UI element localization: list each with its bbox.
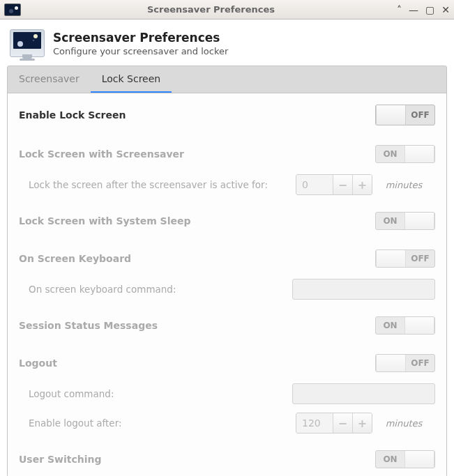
user-switch-label: User Switching [19,454,375,465]
logout-cmd-label: Logout command: [19,388,292,399]
user-switch-toggle[interactable]: ON [375,450,435,468]
screensaver-app-icon [10,29,45,57]
plus-icon[interactable]: + [352,175,372,194]
session-msgs-toggle[interactable]: ON [375,316,435,335]
rollup-icon[interactable]: ˄ [397,4,402,15]
minimize-icon[interactable]: — [409,4,418,15]
lock-with-sleep-label: Lock Screen with System Sleep [19,215,375,227]
tab-screensaver[interactable]: Screensaver [8,66,91,93]
tab-frame: Screensaver Lock Screen Enable Lock Scre… [7,66,447,476]
lock-with-ss-toggle[interactable]: ON [375,145,435,163]
tab-bar: Screensaver Lock Screen [8,66,446,93]
session-msgs-label: Session Status Messages [19,320,375,331]
logout-delay-spin[interactable]: − + [296,413,372,433]
lock-with-ss-label: Lock Screen with Screensaver [19,148,375,160]
toggle-off-text: OFF [406,105,434,125]
page-title: Screensaver Preferences [53,31,228,45]
lock-delay-input[interactable] [296,175,333,194]
minus-icon[interactable]: − [333,413,352,433]
enable-lock-label: Enable Lock Screen [19,109,375,121]
logout-toggle[interactable]: OFF [375,354,435,372]
lock-delay-label: Lock the screen after the screensaver is… [19,179,296,190]
plus-icon[interactable]: + [352,413,372,433]
logout-label: Logout [19,358,375,369]
osk-toggle[interactable]: OFF [375,249,435,268]
titlebar: Screensaver Preferences ˄ — ▢ ✕ [0,0,454,20]
enable-lock-toggle[interactable]: OFF [375,105,435,125]
window-controls: ˄ — ▢ ✕ [397,4,450,15]
window-icon [4,3,21,16]
lock-screen-panel: Enable Lock Screen OFF Lock Screen with … [8,93,446,476]
tab-lock-screen[interactable]: Lock Screen [91,66,172,93]
osk-cmd-input[interactable] [292,279,435,300]
lock-delay-spin[interactable]: − + [296,174,372,195]
osk-cmd-label: On screen keyboard command: [19,284,292,295]
logout-delay-input[interactable] [296,413,333,433]
toggle-on-text: ON [376,146,404,162]
page-header: Screensaver Preferences Configure your s… [0,20,454,66]
logout-cmd-input[interactable] [292,383,435,404]
page-subtitle: Configure your screensaver and locker [53,46,228,56]
lock-with-sleep-toggle[interactable]: ON [375,212,435,230]
window-title: Screensaver Preferences [25,4,397,15]
close-window-icon[interactable]: ✕ [441,4,450,15]
logout-enable-after-label: Enable logout after: [19,417,296,429]
window-body: Screensaver Preferences Configure your s… [0,20,454,476]
lock-delay-unit: minutes [372,180,435,190]
logout-delay-unit: minutes [372,418,435,429]
maximize-icon[interactable]: ▢ [425,4,434,15]
minus-icon[interactable]: − [333,175,352,194]
osk-label: On Screen Keyboard [19,253,375,264]
